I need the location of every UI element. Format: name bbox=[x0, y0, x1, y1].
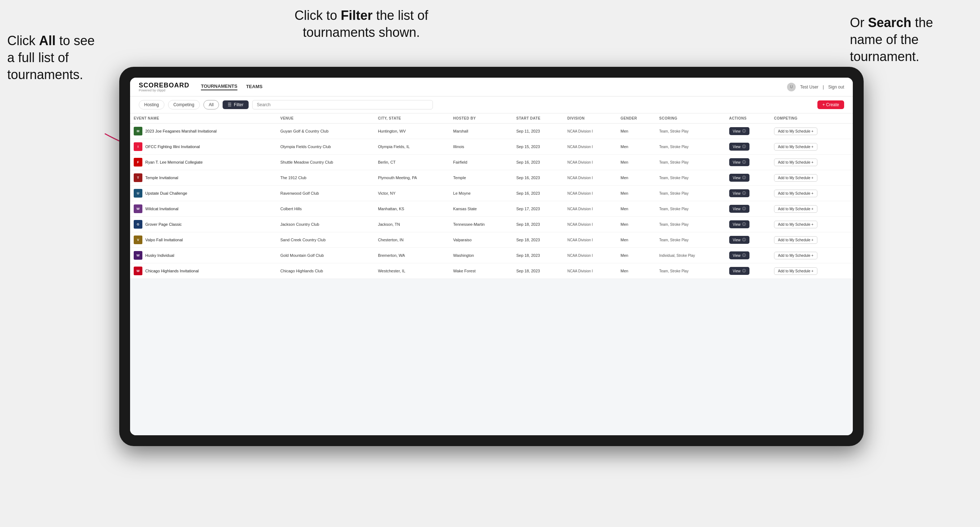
tournaments-table: EVENT NAME VENUE CITY, STATE HOSTED BY S… bbox=[130, 113, 853, 279]
nav-teams[interactable]: TEAMS bbox=[246, 84, 263, 90]
city-state-cell: Bremerton, WA bbox=[374, 248, 450, 264]
venue-cell: Colbert Hills bbox=[277, 201, 374, 217]
search-input[interactable] bbox=[252, 100, 433, 110]
division-cell: NCAA Division I bbox=[564, 139, 617, 155]
annotation-top-right: Or Search thename of thetournament. bbox=[850, 14, 973, 65]
division-cell: NCAA Division I bbox=[564, 217, 617, 232]
sign-out-link[interactable]: Sign out bbox=[828, 84, 844, 90]
create-label: + Create bbox=[822, 102, 839, 107]
table-row: I OFCC Fighting Illini Invitational Olym… bbox=[130, 139, 853, 155]
venue-cell: Shuttle Meadow Country Club bbox=[277, 155, 374, 170]
toolbar: Hosting Competing All ☰ Filter + Create bbox=[130, 97, 853, 113]
col-actions: ACTIONS bbox=[725, 113, 770, 124]
view-button[interactable]: View ⓘ bbox=[729, 236, 750, 244]
col-scoring: SCORING bbox=[655, 113, 725, 124]
gender-cell: Men bbox=[617, 186, 655, 201]
user-name: Test User bbox=[800, 84, 818, 90]
create-button[interactable]: + Create bbox=[818, 100, 844, 109]
tab-all[interactable]: All bbox=[204, 100, 219, 110]
view-button[interactable]: View ⓘ bbox=[729, 220, 750, 228]
table-row: M 2023 Joe Feaganes Marshall Invitationa… bbox=[130, 124, 853, 139]
col-division: DIVISION bbox=[564, 113, 617, 124]
view-button[interactable]: View ⓘ bbox=[729, 205, 750, 213]
tab-competing[interactable]: Competing bbox=[168, 100, 200, 110]
hosted-by-cell: Le Moyne bbox=[450, 186, 513, 201]
col-city-state: CITY, STATE bbox=[374, 113, 450, 124]
col-venue: VENUE bbox=[277, 113, 374, 124]
team-logo: V bbox=[134, 235, 142, 244]
header-right: U Test User | Sign out bbox=[787, 83, 844, 91]
table-container[interactable]: EVENT NAME VENUE CITY, STATE HOSTED BY S… bbox=[130, 113, 853, 435]
view-icon: ⓘ bbox=[742, 175, 746, 180]
add-schedule-button[interactable]: Add to My Schedule + bbox=[774, 236, 818, 244]
scoring-cell: Team, Stroke Play bbox=[655, 264, 725, 279]
add-schedule-button[interactable]: Add to My Schedule + bbox=[774, 267, 818, 275]
scoring-cell: Team, Stroke Play bbox=[655, 201, 725, 217]
event-name: Husky Individual bbox=[145, 253, 174, 257]
filter-icon: ☰ bbox=[228, 102, 232, 107]
start-date-cell: Sep 16, 2023 bbox=[513, 170, 564, 186]
add-schedule-button[interactable]: Add to My Schedule + bbox=[774, 221, 818, 228]
view-icon: ⓘ bbox=[742, 253, 746, 258]
city-state-cell: Berlin, CT bbox=[374, 155, 450, 170]
competing-cell: Add to My Schedule + bbox=[770, 124, 853, 139]
view-button[interactable]: View ⓘ bbox=[729, 251, 750, 259]
filter-label: Filter bbox=[234, 102, 243, 107]
start-date-cell: Sep 11, 2023 bbox=[513, 124, 564, 139]
add-schedule-button[interactable]: Add to My Schedule + bbox=[774, 174, 818, 182]
add-schedule-button[interactable]: Add to My Schedule + bbox=[774, 127, 818, 135]
logo-area: SCOREBOARD Powered by clippd bbox=[139, 82, 189, 92]
view-icon: ⓘ bbox=[742, 237, 746, 242]
view-button[interactable]: View ⓘ bbox=[729, 143, 750, 151]
action-cell: View ⓘ bbox=[725, 170, 770, 186]
view-button[interactable]: View ⓘ bbox=[729, 158, 750, 166]
view-button[interactable]: View ⓘ bbox=[729, 174, 750, 182]
add-schedule-button[interactable]: Add to My Schedule + bbox=[774, 190, 818, 197]
gender-cell: Men bbox=[617, 124, 655, 139]
competing-cell: Add to My Schedule + bbox=[770, 170, 853, 186]
gender-cell: Men bbox=[617, 264, 655, 279]
venue-cell: Gold Mountain Golf Club bbox=[277, 248, 374, 264]
view-button[interactable]: View ⓘ bbox=[729, 267, 750, 275]
city-state-cell: Plymouth Meeting, PA bbox=[374, 170, 450, 186]
add-schedule-button[interactable]: Add to My Schedule + bbox=[774, 159, 818, 166]
table-row: W Husky Individual Gold Mountain Golf Cl… bbox=[130, 248, 853, 264]
view-icon: ⓘ bbox=[742, 268, 746, 273]
start-date-cell: Sep 16, 2023 bbox=[513, 155, 564, 170]
start-date-cell: Sep 15, 2023 bbox=[513, 139, 564, 155]
division-cell: NCAA Division I bbox=[564, 155, 617, 170]
view-button[interactable]: View ⓘ bbox=[729, 189, 750, 197]
event-name: OFCC Fighting Illini Invitational bbox=[145, 144, 200, 149]
add-schedule-button[interactable]: Add to My Schedule + bbox=[774, 205, 818, 213]
start-date-cell: Sep 16, 2023 bbox=[513, 186, 564, 201]
division-cell: NCAA Division I bbox=[564, 264, 617, 279]
division-cell: NCAA Division I bbox=[564, 124, 617, 139]
view-icon: ⓘ bbox=[742, 160, 746, 165]
team-logo: T bbox=[134, 173, 142, 182]
gender-cell: Men bbox=[617, 217, 655, 232]
view-button[interactable]: View ⓘ bbox=[729, 127, 750, 135]
nav-tournaments[interactable]: TOURNAMENTS bbox=[201, 83, 237, 90]
header-left: SCOREBOARD Powered by clippd TOURNAMENTS… bbox=[139, 82, 262, 92]
team-logo: M bbox=[134, 127, 142, 135]
event-name: Upstate Dual Challenge bbox=[145, 191, 187, 195]
table-row: G Grover Page Classic Jackson Country Cl… bbox=[130, 217, 853, 232]
view-icon: ⓘ bbox=[742, 129, 746, 133]
competing-cell: Add to My Schedule + bbox=[770, 217, 853, 232]
competing-cell: Add to My Schedule + bbox=[770, 155, 853, 170]
filter-button[interactable]: ☰ Filter bbox=[223, 100, 248, 109]
annotation-top-left: Click All to seea full list oftournament… bbox=[7, 32, 108, 83]
add-schedule-button[interactable]: Add to My Schedule + bbox=[774, 143, 818, 151]
event-name: Ryan T. Lee Memorial Collegiate bbox=[145, 160, 203, 164]
hosted-by-cell: Wake Forest bbox=[450, 264, 513, 279]
city-state-cell: Victor, NY bbox=[374, 186, 450, 201]
gender-cell: Men bbox=[617, 155, 655, 170]
city-state-cell: Westchester, IL bbox=[374, 264, 450, 279]
add-schedule-button[interactable]: Add to My Schedule + bbox=[774, 252, 818, 259]
event-name: 2023 Joe Feaganes Marshall Invitational bbox=[145, 129, 217, 133]
table-row: F Ryan T. Lee Memorial Collegiate Shuttl… bbox=[130, 155, 853, 170]
user-avatar: U bbox=[787, 83, 796, 91]
team-logo: I bbox=[134, 142, 142, 151]
view-icon: ⓘ bbox=[742, 206, 746, 211]
tab-hosting[interactable]: Hosting bbox=[139, 100, 164, 110]
